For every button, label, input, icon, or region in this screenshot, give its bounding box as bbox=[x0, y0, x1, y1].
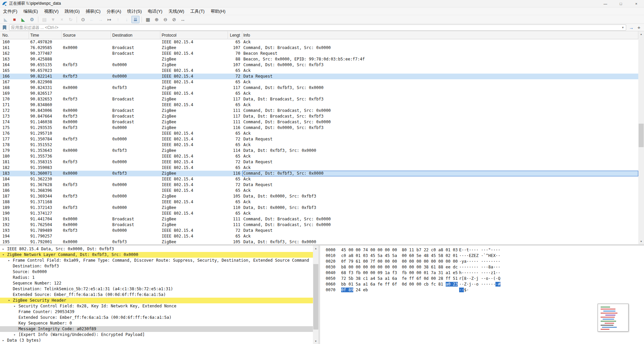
packet-row[interactable]: 17491.1460380x0000BroadcastZigBee111Comm… bbox=[0, 119, 638, 125]
minimize-button[interactable]: — bbox=[598, 0, 613, 7]
auto-scroll-icon[interactable]: ⇊ bbox=[131, 16, 139, 23]
filter-bookmark-icon[interactable] bbox=[2, 25, 8, 30]
packet-row[interactable]: 18491.362230IEEE 802.15.465Ack bbox=[0, 176, 638, 182]
packet-row[interactable]: 18391.3600710x00000xfbf3ZigBee116Command… bbox=[0, 171, 638, 176]
maximize-button[interactable]: □ bbox=[613, 0, 629, 7]
menu-item[interactable]: 编辑(E) bbox=[21, 7, 41, 15]
packet-row[interactable]: 17991.3536430x00000xfbf3ZigBee114Data, D… bbox=[0, 148, 638, 154]
close-file-icon[interactable]: × bbox=[58, 16, 66, 23]
detail-row[interactable]: Key Sequence Number: 0 bbox=[0, 320, 313, 326]
detail-row[interactable]: Sequence Number: 122 bbox=[0, 281, 313, 286]
zoom-in-icon[interactable]: ⊕ bbox=[153, 16, 161, 23]
menu-item[interactable]: 分析(A) bbox=[104, 7, 124, 15]
packet-row[interactable]: 19291.7625040x0000BroadcastZigBee111Comm… bbox=[0, 222, 638, 228]
detail-row[interactable]: Source: 0x0000 bbox=[0, 269, 313, 275]
hex-row[interactable]: 0060bb 01 5a a1 6a fe ff 6f 0d 00 00 cb … bbox=[320, 282, 644, 287]
hex-row[interactable]: 00200f 79 61 00 7f 00 00 00 00 00 00 00 … bbox=[320, 259, 644, 264]
apply-filter-button[interactable]: → bbox=[628, 25, 635, 31]
menu-item[interactable]: 捕获(C) bbox=[83, 7, 104, 15]
go-back-icon[interactable]: ← bbox=[88, 16, 96, 23]
detail-row[interactable]: ▸Security Control Field: 0x28, Key Id: N… bbox=[0, 303, 313, 309]
packet-row[interactable]: 18791.3693440xfbf30x0000ZigBee105Data, D… bbox=[0, 194, 638, 199]
capture-restart-icon[interactable]: ◣ bbox=[19, 16, 27, 23]
zoom-reset-icon[interactable]: ⊘ bbox=[170, 16, 178, 23]
packet-row[interactable]: 17791.3507840xfbf30x0000IEEE 802.15.472D… bbox=[0, 136, 638, 142]
packet-row[interactable]: 17390.8476640xfbf3BroadcastZigBee117Data… bbox=[0, 114, 638, 119]
detail-row[interactable]: ▸IEEE 802.15.4 Data, Src: 0x0000, Dst: 0… bbox=[0, 246, 313, 252]
packet-row[interactable]: 16890.8243310x00000xfbf3ZigBee117Command… bbox=[0, 85, 638, 91]
zoom-out-icon[interactable]: ⊖ bbox=[161, 16, 169, 23]
detail-row[interactable]: ▸Frame Control Field: 0x1a09, Frame Type… bbox=[0, 258, 313, 263]
find-packet-icon[interactable]: ⊙ bbox=[79, 16, 87, 23]
scroll-up-icon[interactable]: ▲ bbox=[638, 31, 644, 37]
detail-row[interactable]: Extended Source: Ember_ff:fe:6a:a1:5a (0… bbox=[0, 292, 313, 298]
menu-item[interactable]: 跳转(G) bbox=[62, 7, 83, 15]
display-filter-input[interactable] bbox=[9, 25, 620, 30]
filter-dropdown-icon[interactable]: ▾ bbox=[620, 26, 626, 29]
detail-scrollbar[interactable]: ▲ ▼ bbox=[313, 246, 319, 344]
packet-list-scrollbar[interactable]: ▲ ▼ bbox=[638, 31, 644, 244]
go-last-icon[interactable]: ↓ bbox=[123, 16, 131, 23]
detail-row[interactable]: ▾ZigBee Network Layer Command, Dst: 0xfb… bbox=[0, 252, 313, 258]
capture-stop-icon[interactable]: ■ bbox=[10, 16, 18, 23]
packet-row[interactable]: 18191.3583150xfbf30x0000IEEE 802.15.472D… bbox=[0, 159, 638, 165]
detail-row[interactable]: ▸Data (3 bytes) bbox=[0, 338, 313, 343]
hex-row[interactable]: 0030b8 00 00 00 00 00 00 00 00 00 00 38 … bbox=[320, 264, 644, 270]
detail-row[interactable]: Radius: 1 bbox=[0, 275, 313, 281]
go-first-icon[interactable]: ↑ bbox=[114, 16, 122, 23]
column-header-protocol[interactable]: Protocol bbox=[160, 31, 228, 39]
expand-expander-icon[interactable]: ▸ bbox=[2, 338, 7, 343]
packet-row[interactable]: 18691.368396IEEE 802.15.465Ack bbox=[0, 188, 638, 194]
packet-row[interactable]: 19091.374127IEEE 802.15.465Ack bbox=[0, 211, 638, 216]
packet-row[interactable]: 16176.0295850x0000BroadcastZigBee107Comm… bbox=[0, 45, 638, 51]
packet-row[interactable]: 16990.826517IEEE 802.15.465Ack bbox=[0, 91, 638, 96]
packet-row[interactable]: 17190.834860IEEE 802.15.465Ack bbox=[0, 102, 638, 108]
minimap-overlay[interactable] bbox=[598, 304, 629, 332]
detail-row[interactable]: Destination: TelinkSemico_5b:72:e5:a1:31… bbox=[0, 286, 313, 292]
scroll-down-icon[interactable]: ▼ bbox=[638, 239, 644, 244]
packet-row[interactable]: 18291.359083IEEE 802.15.465Ack bbox=[0, 165, 638, 171]
expand-expander-icon[interactable]: ▸ bbox=[2, 246, 7, 252]
menu-item[interactable]: 电话(Y) bbox=[145, 7, 165, 15]
menu-item[interactable]: 文件(F) bbox=[0, 7, 21, 15]
scrollbar-thumb[interactable] bbox=[313, 264, 318, 330]
hex-row[interactable]: 000045 00 00 74 00 00 00 00 80 11 b7 22 … bbox=[320, 247, 644, 253]
packet-row[interactable]: 16790.822908IEEE 802.15.465Ack bbox=[0, 79, 638, 85]
packet-row[interactable]: 17691.295710IEEE 802.15.465Ack bbox=[0, 131, 638, 136]
column-header-time[interactable]: Time bbox=[29, 31, 62, 39]
detail-row[interactable]: Message Integrity Code: a0230f89 bbox=[0, 326, 313, 332]
hex-row[interactable]: 00700f 89 24 eb··$· bbox=[320, 287, 644, 293]
packet-row[interactable]: 16490.6551350xfbf30x0000ZigBee107Command… bbox=[0, 62, 638, 68]
packet-row[interactable]: 16590.657023IEEE 802.15.465Ack bbox=[0, 68, 638, 74]
hex-row[interactable]: 004068 f3 fb 00 00 09 1a f3 fb 00 00 01 … bbox=[320, 270, 644, 276]
packet-row[interactable]: 18991.3721430xfbf30x0000ZigBee110Data, D… bbox=[0, 205, 638, 211]
packet-row[interactable]: 16290.377487BroadcastIEEE 802.15.470Beac… bbox=[0, 51, 638, 56]
column-header-destination[interactable]: Destination bbox=[111, 31, 160, 39]
menu-item[interactable]: 视图(V) bbox=[41, 7, 62, 15]
packet-row[interactable]: 17090.8326530xfbf3BroadcastZigBee117Data… bbox=[0, 96, 638, 102]
detail-row[interactable]: Extended Source: Ember_ff:fe:6a:a1:5a (0… bbox=[0, 315, 313, 320]
expand-expander-icon[interactable]: ▸ bbox=[14, 332, 18, 338]
detail-row[interactable]: Destination: 0xfbf3 bbox=[0, 263, 313, 269]
add-filter-button[interactable]: + bbox=[636, 25, 642, 31]
menu-item[interactable]: 统计(S) bbox=[124, 7, 145, 15]
packet-row[interactable]: 16690.8221410xfbf30x0000IEEE 802.15.472D… bbox=[0, 74, 638, 79]
column-header-lengt[interactable]: Lengt bbox=[228, 31, 242, 39]
collapse-expander-icon[interactable]: ▾ bbox=[2, 252, 7, 258]
packet-row[interactable]: 19491.790257IEEE 802.15.465Ack bbox=[0, 233, 638, 239]
packet-row[interactable]: 19391.7894890xfbf30x0000IEEE 802.15.472D… bbox=[0, 228, 638, 233]
resize-columns-icon[interactable]: ↔ bbox=[179, 16, 187, 23]
reload-icon[interactable]: ↻ bbox=[67, 16, 75, 23]
menu-item[interactable]: 无线(W) bbox=[165, 7, 187, 15]
column-header-no[interactable]: No. bbox=[0, 31, 29, 39]
column-header-source[interactable]: Source bbox=[62, 31, 111, 39]
expand-expander-icon[interactable]: ▸ bbox=[8, 258, 13, 263]
detail-row[interactable]: ▸[Expert Info (Warning/Undecoded): Encry… bbox=[0, 332, 313, 338]
menu-item[interactable]: 帮助(H) bbox=[208, 7, 229, 15]
packet-row[interactable]: 18091.355736IEEE 802.15.465Ack bbox=[0, 154, 638, 159]
go-to-packet-icon[interactable]: ↦ bbox=[105, 16, 113, 23]
capture-options-icon[interactable]: ⚙ bbox=[28, 16, 36, 23]
packet-row[interactable]: 17591.2935350xfbf30x0000ZigBee116Command… bbox=[0, 125, 638, 131]
packet-row[interactable]: 18591.3676280xfbf30x0000IEEE 802.15.472D… bbox=[0, 182, 638, 188]
packet-row[interactable]: 16067.497820IEEE 802.15.465Ack bbox=[0, 39, 638, 45]
